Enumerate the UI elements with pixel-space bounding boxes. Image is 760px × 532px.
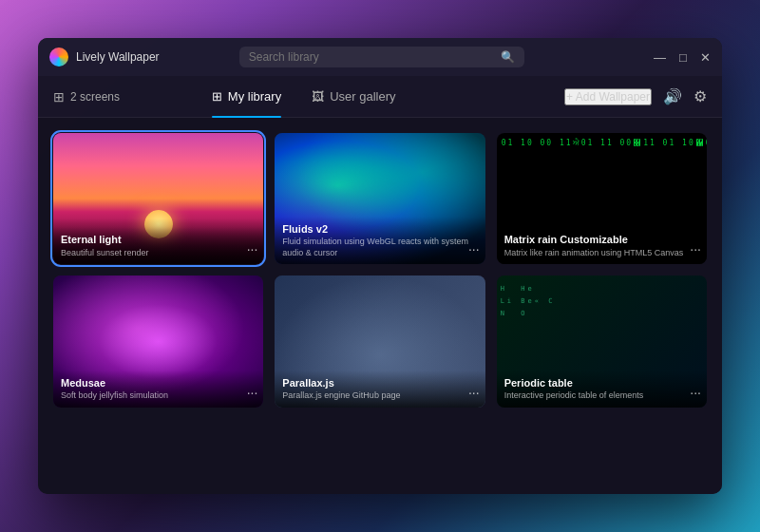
card-menu-button[interactable]: ··· <box>468 241 480 256</box>
card-menu-button[interactable]: ··· <box>468 385 480 400</box>
nav-bar: ⊞ 2 screens ⊞ My library 🖼 User gallery … <box>38 76 722 118</box>
minimize-button[interactable]: — <box>654 51 666 64</box>
card-desc: Interactive periodic table of elements <box>504 390 699 402</box>
wallpaper-card-medusae[interactable]: Medusae Soft body jellyfish simulation ·… <box>53 276 263 407</box>
my-library-label: My library <box>228 89 281 104</box>
title-bar: Lively Wallpaper 🔍 — □ ✕ <box>38 38 722 76</box>
card-info: Fluids v2 Fluid simulation using WebGL r… <box>275 217 484 265</box>
settings-button[interactable]: ⚙ <box>694 87 707 105</box>
wallpaper-grid-container[interactable]: Eternal light Beautiful sunset render ··… <box>38 118 722 494</box>
card-info: Periodic table Interactive periodic tabl… <box>497 370 707 408</box>
wallpaper-card-parallax[interactable]: Parallax.js Parallax.js engine GitHub pa… <box>275 276 484 407</box>
volume-button[interactable]: 🔊 <box>663 87 682 105</box>
screens-label: 2 screens <box>70 90 120 104</box>
search-input[interactable] <box>249 50 501 64</box>
card-title: Parallax.js <box>282 376 477 390</box>
card-title: Fluids v2 <box>282 222 477 236</box>
add-wallpaper-label: + Add Wallpaper <box>566 90 650 104</box>
search-bar[interactable]: 🔍 <box>239 47 524 67</box>
wallpaper-grid: Eternal light Beautiful sunset render ··… <box>53 133 707 408</box>
card-title: Matrix rain Customizable <box>504 233 699 246</box>
nav-tabs: ⊞ My library 🖼 User gallery <box>197 76 411 118</box>
card-desc: Beautiful sunset render <box>61 248 256 259</box>
wallpaper-card-eternal-light[interactable]: Eternal light Beautiful sunset render ··… <box>53 133 263 264</box>
app-logo <box>49 48 68 66</box>
card-desc: Fluid simulation using WebGL reacts with… <box>282 237 477 258</box>
screens-icon: ⊞ <box>53 89 65 104</box>
user-gallery-icon: 🖼 <box>312 89 324 104</box>
tab-my-library[interactable]: ⊞ My library <box>197 76 296 118</box>
maximize-button[interactable]: □ <box>679 51 687 64</box>
close-button[interactable]: ✕ <box>700 51 711 64</box>
app-title: Lively Wallpaper <box>76 50 160 64</box>
card-menu-button[interactable]: ··· <box>247 385 258 400</box>
app-window: Lively Wallpaper 🔍 — □ ✕ ⊞ 2 screens ⊞ M… <box>38 38 722 494</box>
card-title: Periodic table <box>504 376 699 390</box>
card-info: Medusae Soft body jellyfish simulation <box>53 370 263 408</box>
card-menu-button[interactable]: ··· <box>690 241 701 256</box>
card-menu-button[interactable]: ··· <box>690 385 701 400</box>
window-controls: — □ ✕ <box>654 51 711 64</box>
wallpaper-card-matrix-rain[interactable]: Matrix rain Customizable Matrix like rai… <box>497 133 707 264</box>
screens-info: ⊞ 2 screens <box>53 89 120 104</box>
nav-right: + Add Wallpaper 🔊 ⚙ <box>564 87 707 105</box>
card-desc: Soft body jellyfish simulation <box>61 390 256 402</box>
card-info: Parallax.js Parallax.js engine GitHub pa… <box>275 370 484 408</box>
user-gallery-label: User gallery <box>330 89 395 104</box>
wallpaper-card-fluids-v2[interactable]: Fluids v2 Fluid simulation using WebGL r… <box>275 133 484 264</box>
tab-user-gallery[interactable]: 🖼 User gallery <box>296 76 410 118</box>
card-menu-button[interactable]: ··· <box>247 241 258 256</box>
card-title: Medusae <box>61 376 256 390</box>
add-wallpaper-button[interactable]: + Add Wallpaper <box>564 88 652 105</box>
search-icon: 🔍 <box>501 50 515 64</box>
wallpaper-card-periodic-table[interactable]: Periodic table Interactive periodic tabl… <box>497 276 707 407</box>
card-title: Eternal light <box>61 233 256 246</box>
card-info: Eternal light Beautiful sunset render <box>53 227 263 264</box>
card-desc: Matrix like rain animation using HTML5 C… <box>504 248 699 259</box>
my-library-icon: ⊞ <box>212 89 222 104</box>
card-desc: Parallax.js engine GitHub page <box>282 390 477 402</box>
card-info: Matrix rain Customizable Matrix like rai… <box>497 227 707 264</box>
